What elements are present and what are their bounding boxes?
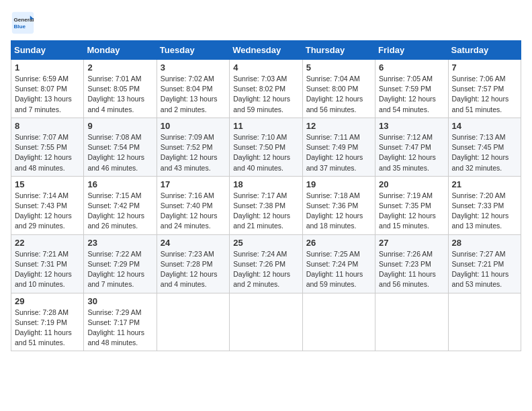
- calendar-day-26: 26Sunrise: 7:25 AMSunset: 7:24 PMDayligh…: [302, 234, 375, 293]
- day-number: 16: [87, 179, 152, 189]
- calendar-day-empty: [375, 293, 448, 351]
- page-header: General Blue: [11, 11, 521, 35]
- svg-text:Blue: Blue: [14, 24, 26, 30]
- calendar-day-18: 18Sunrise: 7:17 AMSunset: 7:38 PMDayligh…: [230, 176, 302, 234]
- calendar-table: SundayMondayTuesdayWednesdayThursdayFrid…: [11, 40, 521, 351]
- day-number: 21: [452, 179, 517, 189]
- day-of-week-tuesday: Tuesday: [157, 41, 229, 60]
- day-number: 1: [15, 62, 80, 73]
- day-info: Sunrise: 7:06 AMSunset: 7:57 PMDaylight:…: [452, 74, 517, 115]
- day-number: 23: [87, 238, 152, 248]
- day-info: Sunrise: 7:10 AMSunset: 7:50 PMDaylight:…: [233, 132, 298, 173]
- day-number: 20: [379, 179, 444, 189]
- day-number: 14: [452, 121, 517, 131]
- day-of-week-monday: Monday: [84, 41, 157, 60]
- day-info: Sunrise: 7:25 AMSunset: 7:24 PMDaylight:…: [306, 249, 371, 290]
- day-info: Sunrise: 7:21 AMSunset: 7:31 PMDaylight:…: [15, 249, 80, 290]
- day-number: 24: [161, 238, 226, 248]
- calendar-day-6: 6Sunrise: 7:05 AMSunset: 7:59 PMDaylight…: [375, 60, 448, 118]
- day-number: 3: [161, 62, 226, 73]
- day-number: 9: [87, 121, 152, 131]
- day-info: Sunrise: 7:04 AMSunset: 8:00 PMDaylight:…: [306, 74, 371, 115]
- day-info: Sunrise: 7:16 AMSunset: 7:40 PMDaylight:…: [161, 191, 226, 232]
- calendar-header-row: SundayMondayTuesdayWednesdayThursdayFrid…: [11, 41, 521, 60]
- day-info: Sunrise: 7:12 AMSunset: 7:47 PMDaylight:…: [379, 132, 444, 173]
- calendar-day-9: 9Sunrise: 7:08 AMSunset: 7:54 PMDaylight…: [84, 118, 157, 176]
- day-info: Sunrise: 7:13 AMSunset: 7:45 PMDaylight:…: [452, 132, 517, 173]
- calendar-day-24: 24Sunrise: 7:23 AMSunset: 7:28 PMDayligh…: [157, 234, 229, 293]
- day-number: 7: [452, 62, 517, 73]
- day-info: Sunrise: 7:23 AMSunset: 7:28 PMDaylight:…: [161, 249, 226, 290]
- day-number: 30: [87, 296, 152, 306]
- calendar-day-2: 2Sunrise: 7:01 AMSunset: 8:05 PMDaylight…: [84, 60, 157, 118]
- day-number: 28: [452, 238, 517, 248]
- logo: General Blue: [11, 11, 39, 35]
- day-info: Sunrise: 7:09 AMSunset: 7:52 PMDaylight:…: [161, 132, 226, 173]
- day-info: Sunrise: 7:03 AMSunset: 8:02 PMDaylight:…: [233, 74, 298, 115]
- calendar-day-14: 14Sunrise: 7:13 AMSunset: 7:45 PMDayligh…: [448, 118, 521, 176]
- calendar-day-19: 19Sunrise: 7:18 AMSunset: 7:36 PMDayligh…: [302, 176, 375, 234]
- calendar-week-4: 22Sunrise: 7:21 AMSunset: 7:31 PMDayligh…: [11, 234, 521, 293]
- calendar-day-17: 17Sunrise: 7:16 AMSunset: 7:40 PMDayligh…: [157, 176, 229, 234]
- day-info: Sunrise: 7:26 AMSunset: 7:23 PMDaylight:…: [379, 249, 444, 290]
- calendar-day-22: 22Sunrise: 7:21 AMSunset: 7:31 PMDayligh…: [11, 234, 84, 293]
- day-of-week-wednesday: Wednesday: [230, 41, 302, 60]
- calendar-week-5: 29Sunrise: 7:28 AMSunset: 7:19 PMDayligh…: [11, 293, 521, 351]
- calendar-day-28: 28Sunrise: 7:27 AMSunset: 7:21 PMDayligh…: [448, 234, 521, 293]
- day-number: 27: [379, 238, 444, 248]
- calendar-day-20: 20Sunrise: 7:19 AMSunset: 7:35 PMDayligh…: [375, 176, 448, 234]
- day-number: 17: [161, 179, 226, 189]
- calendar-day-11: 11Sunrise: 7:10 AMSunset: 7:50 PMDayligh…: [230, 118, 302, 176]
- calendar-week-3: 15Sunrise: 7:14 AMSunset: 7:43 PMDayligh…: [11, 176, 521, 234]
- calendar-day-21: 21Sunrise: 7:20 AMSunset: 7:33 PMDayligh…: [448, 176, 521, 234]
- day-number: 22: [15, 238, 80, 248]
- day-number: 5: [306, 62, 371, 73]
- calendar-day-4: 4Sunrise: 7:03 AMSunset: 8:02 PMDaylight…: [230, 60, 302, 118]
- day-number: 8: [15, 121, 80, 131]
- calendar-day-13: 13Sunrise: 7:12 AMSunset: 7:47 PMDayligh…: [375, 118, 448, 176]
- calendar-week-1: 1Sunrise: 6:59 AMSunset: 8:07 PMDaylight…: [11, 60, 521, 118]
- day-info: Sunrise: 7:18 AMSunset: 7:36 PMDaylight:…: [306, 191, 371, 232]
- day-number: 2: [87, 62, 152, 73]
- calendar-day-7: 7Sunrise: 7:06 AMSunset: 7:57 PMDaylight…: [448, 60, 521, 118]
- day-number: 19: [306, 179, 371, 189]
- calendar-day-empty: [448, 293, 521, 351]
- logo-icon: General Blue: [11, 11, 35, 35]
- day-info: Sunrise: 7:07 AMSunset: 7:55 PMDaylight:…: [15, 132, 80, 173]
- calendar-day-empty: [302, 293, 375, 351]
- calendar-day-12: 12Sunrise: 7:11 AMSunset: 7:49 PMDayligh…: [302, 118, 375, 176]
- day-info: Sunrise: 7:17 AMSunset: 7:38 PMDaylight:…: [233, 191, 298, 232]
- day-number: 29: [15, 296, 80, 306]
- calendar-day-23: 23Sunrise: 7:22 AMSunset: 7:29 PMDayligh…: [84, 234, 157, 293]
- day-info: Sunrise: 7:02 AMSunset: 8:04 PMDaylight:…: [161, 74, 226, 115]
- calendar-day-5: 5Sunrise: 7:04 AMSunset: 8:00 PMDaylight…: [302, 60, 375, 118]
- day-of-week-thursday: Thursday: [302, 41, 375, 60]
- day-info: Sunrise: 6:59 AMSunset: 8:07 PMDaylight:…: [15, 74, 80, 115]
- calendar-day-25: 25Sunrise: 7:24 AMSunset: 7:26 PMDayligh…: [230, 234, 302, 293]
- calendar-day-3: 3Sunrise: 7:02 AMSunset: 8:04 PMDaylight…: [157, 60, 229, 118]
- day-info: Sunrise: 7:01 AMSunset: 8:05 PMDaylight:…: [87, 74, 152, 115]
- calendar-day-10: 10Sunrise: 7:09 AMSunset: 7:52 PMDayligh…: [157, 118, 229, 176]
- day-info: Sunrise: 7:20 AMSunset: 7:33 PMDaylight:…: [452, 191, 517, 232]
- calendar-day-30: 30Sunrise: 7:29 AMSunset: 7:17 PMDayligh…: [84, 293, 157, 351]
- calendar-day-16: 16Sunrise: 7:15 AMSunset: 7:42 PMDayligh…: [84, 176, 157, 234]
- day-info: Sunrise: 7:28 AMSunset: 7:19 PMDaylight:…: [15, 308, 80, 349]
- day-number: 13: [379, 121, 444, 131]
- day-info: Sunrise: 7:15 AMSunset: 7:42 PMDaylight:…: [87, 191, 152, 232]
- calendar-day-27: 27Sunrise: 7:26 AMSunset: 7:23 PMDayligh…: [375, 234, 448, 293]
- day-info: Sunrise: 7:05 AMSunset: 7:59 PMDaylight:…: [379, 74, 444, 115]
- day-number: 15: [15, 179, 80, 189]
- day-of-week-sunday: Sunday: [11, 41, 84, 60]
- day-info: Sunrise: 7:22 AMSunset: 7:29 PMDaylight:…: [87, 249, 152, 290]
- day-info: Sunrise: 7:19 AMSunset: 7:35 PMDaylight:…: [379, 191, 444, 232]
- calendar-day-empty: [230, 293, 302, 351]
- day-number: 11: [233, 121, 298, 131]
- day-number: 4: [233, 62, 298, 73]
- day-info: Sunrise: 7:29 AMSunset: 7:17 PMDaylight:…: [87, 308, 152, 349]
- calendar-day-8: 8Sunrise: 7:07 AMSunset: 7:55 PMDaylight…: [11, 118, 84, 176]
- calendar-day-1: 1Sunrise: 6:59 AMSunset: 8:07 PMDaylight…: [11, 60, 84, 118]
- day-number: 6: [379, 62, 444, 73]
- day-info: Sunrise: 7:11 AMSunset: 7:49 PMDaylight:…: [306, 132, 371, 173]
- day-number: 12: [306, 121, 371, 131]
- calendar-day-empty: [157, 293, 229, 351]
